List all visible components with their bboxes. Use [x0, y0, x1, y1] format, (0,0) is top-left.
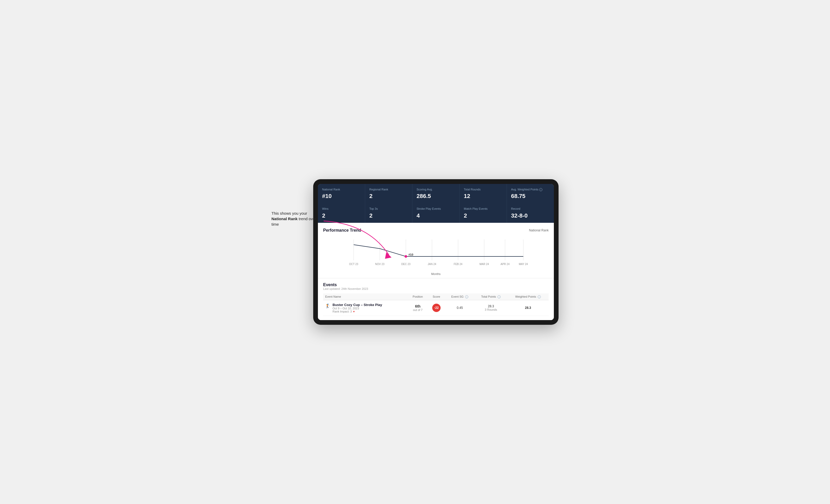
- col-score: Score: [428, 294, 445, 300]
- stat-label: Regional Rank: [369, 188, 408, 191]
- svg-text:MAR 24: MAR 24: [479, 263, 489, 266]
- stat-cell-row1-3: Total Rounds 12: [459, 184, 507, 203]
- stats-row1: National Rank #10 Regional Rank 2 Scorin…: [318, 184, 554, 203]
- chart-container: #10 OCT 23 NOV 23 DEC 23 JAN 24 FEB 24 M…: [323, 237, 549, 271]
- stat-value: #10: [322, 193, 361, 200]
- total-points-info-icon: i: [498, 295, 501, 298]
- stat-value: 2: [464, 212, 503, 219]
- stat-value: 286.5: [417, 193, 455, 200]
- stat-info-icon: i: [539, 188, 542, 191]
- event-score: -22: [428, 300, 445, 316]
- col-event-sg: Event SG i: [445, 294, 474, 300]
- event-name: Buster Cozy Cup – Stroke Play: [332, 303, 382, 307]
- stat-cell-row2-1: Top 3s 2: [365, 203, 412, 223]
- col-event-name: Event Name: [323, 294, 408, 300]
- stat-label: Top 3s: [369, 207, 408, 210]
- performance-national-rank-label: National Rank: [529, 229, 549, 232]
- stat-label: Wins: [322, 207, 361, 210]
- annotation-text: This shows you your National Rank trend …: [272, 210, 324, 227]
- stat-cell-row1-2: Scoring Avg. 286.5: [412, 184, 459, 203]
- stat-label: Avg. Weighted Pointsi: [511, 188, 550, 191]
- svg-text:MAY 24: MAY 24: [519, 263, 528, 266]
- total-points-value: 28.3 3 Rounds: [475, 300, 507, 316]
- stat-value: 2: [369, 193, 408, 200]
- chart-axis-label: Months: [323, 272, 549, 275]
- performance-title: Performance Trend: [323, 228, 361, 233]
- app-content: National Rank #10 Regional Rank 2 Scorin…: [318, 184, 554, 320]
- event-rank-impact: Rank Impact: 3 ▼: [332, 310, 382, 313]
- stat-label: Stroke Play Events: [417, 207, 455, 210]
- position-sub: out of 7: [410, 308, 425, 311]
- svg-text:#10: #10: [409, 253, 413, 256]
- stat-value: 12: [464, 193, 503, 200]
- events-section: Events Last updated: 24th November 2023 …: [318, 278, 554, 320]
- events-table: Event Name Position Score Event SG i Tot…: [323, 294, 549, 316]
- event-position: 6th out of 7: [408, 300, 427, 316]
- stat-label: Match Play Events: [464, 207, 503, 210]
- table-row: 🏌️ Buster Cozy Cup – Stroke Play Oct 9 –…: [323, 300, 549, 316]
- stat-cell-row1-0: National Rank #10: [318, 184, 365, 203]
- stat-cell-row2-3: Match Play Events 2: [459, 203, 507, 223]
- stat-cell-row1-4: Avg. Weighted Pointsi 68.75: [507, 184, 554, 203]
- stat-cell-row2-0: Wins 2: [318, 203, 365, 223]
- total-points-number: 28.3: [477, 304, 505, 308]
- col-position: Position: [408, 294, 427, 300]
- score-badge: -22: [432, 304, 441, 312]
- stat-value: 2: [322, 212, 361, 219]
- event-name-cell: 🏌️ Buster Cozy Cup – Stroke Play Oct 9 –…: [323, 300, 408, 316]
- svg-text:OCT 23: OCT 23: [349, 263, 358, 266]
- performance-chart: #10 OCT 23 NOV 23 DEC 23 JAN 24 FEB 24 M…: [323, 237, 549, 268]
- stat-cell-row1-1: Regional Rank 2: [365, 184, 412, 203]
- events-table-header: Event Name Position Score Event SG i Tot…: [323, 294, 549, 300]
- position-main: 6th: [410, 304, 425, 308]
- svg-point-9: [405, 255, 407, 258]
- rank-impact-arrow: ▼: [353, 310, 355, 313]
- performance-header: Performance Trend National Rank: [323, 228, 549, 233]
- stat-label: National Rank: [322, 188, 361, 191]
- stats-row2: Wins 2 Top 3s 2 Stroke Play Events 4 Mat…: [318, 203, 554, 223]
- events-title: Events: [323, 282, 549, 287]
- tablet-screen: National Rank #10 Regional Rank 2 Scorin…: [318, 184, 554, 320]
- stat-label: Total Rounds: [464, 188, 503, 191]
- svg-text:FEB 24: FEB 24: [454, 263, 462, 266]
- event-date: Oct 9 – Oct 10, 2023: [332, 307, 382, 310]
- weighted-points-value: 28.3: [507, 300, 549, 316]
- svg-text:NOV 23: NOV 23: [375, 263, 384, 266]
- events-table-body: 🏌️ Buster Cozy Cup – Stroke Play Oct 9 –…: [323, 300, 549, 316]
- stat-cell-row2-4: Record 32-8-0: [507, 203, 554, 223]
- stat-label: Scoring Avg.: [417, 188, 455, 191]
- svg-text:APR 24: APR 24: [501, 263, 510, 266]
- col-total-points: Total Points i: [475, 294, 507, 300]
- event-sg-info-icon: i: [465, 295, 468, 298]
- stat-label: Record: [511, 207, 550, 210]
- stat-value: 4: [417, 212, 455, 219]
- event-sg-value: 0.45: [445, 300, 474, 316]
- event-icon: 🏌️: [325, 303, 330, 308]
- stat-value: 32-8-0: [511, 212, 550, 219]
- stat-cell-row2-2: Stroke Play Events 4: [412, 203, 459, 223]
- total-points-rounds: 3 Rounds: [477, 308, 505, 311]
- performance-section: Performance Trend National Rank: [318, 223, 554, 278]
- stat-value: 68.75: [511, 193, 550, 200]
- col-weighted-points: Weighted Points i: [507, 294, 549, 300]
- weighted-points-info-icon: i: [538, 295, 541, 298]
- svg-text:DEC 23: DEC 23: [401, 263, 410, 266]
- outer-container: This shows you your National Rank trend …: [272, 179, 558, 325]
- stat-value: 2: [369, 212, 408, 219]
- events-last-updated: Last updated: 24th November 2023: [323, 287, 549, 290]
- svg-text:JAN 24: JAN 24: [428, 263, 437, 266]
- tablet-frame: National Rank #10 Regional Rank 2 Scorin…: [313, 179, 558, 325]
